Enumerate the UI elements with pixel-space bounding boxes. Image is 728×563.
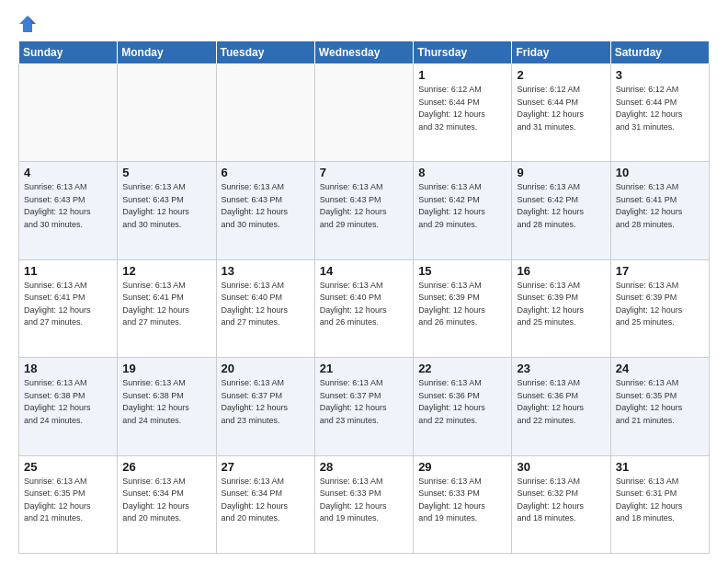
- day-number: 15: [418, 264, 506, 278]
- weekday-thursday: Thursday: [414, 41, 512, 64]
- day-number: 1: [418, 68, 506, 82]
- day-number: 7: [320, 166, 408, 179]
- day-number: 14: [320, 264, 408, 278]
- day-info: Sunrise: 6:13 AMSunset: 6:35 PMDaylight:…: [24, 476, 112, 525]
- day-info: Sunrise: 6:13 AMSunset: 6:39 PMDaylight:…: [418, 280, 506, 329]
- calendar-cell: 21Sunrise: 6:13 AMSunset: 6:37 PMDayligh…: [314, 358, 413, 455]
- calendar-cell: 16Sunrise: 6:13 AMSunset: 6:39 PMDayligh…: [512, 259, 610, 357]
- day-number: 13: [222, 264, 310, 278]
- day-number: 17: [616, 264, 704, 278]
- calendar-cell: 25Sunrise: 6:13 AMSunset: 6:35 PMDayligh…: [19, 455, 118, 553]
- day-number: 25: [24, 460, 112, 474]
- calendar-cell: [216, 64, 314, 162]
- day-number: 23: [517, 362, 605, 375]
- day-number: 31: [616, 460, 704, 474]
- day-number: 26: [122, 460, 210, 474]
- calendar-cell: 19Sunrise: 6:13 AMSunset: 6:38 PMDayligh…: [118, 358, 216, 455]
- calendar-cell: 10Sunrise: 6:13 AMSunset: 6:41 PMDayligh…: [610, 162, 709, 259]
- calendar-cell: 31Sunrise: 6:13 AMSunset: 6:31 PMDayligh…: [610, 455, 709, 553]
- day-info: Sunrise: 6:13 AMSunset: 6:43 PMDaylight:…: [122, 181, 210, 231]
- calendar-cell: 18Sunrise: 6:13 AMSunset: 6:38 PMDayligh…: [19, 358, 118, 455]
- weekday-friday: Friday: [512, 41, 610, 64]
- day-info: Sunrise: 6:13 AMSunset: 6:40 PMDaylight:…: [320, 280, 408, 329]
- week-row-0: 1Sunrise: 6:12 AMSunset: 6:44 PMDaylight…: [19, 64, 710, 162]
- day-info: Sunrise: 6:13 AMSunset: 6:39 PMDaylight:…: [616, 280, 704, 329]
- header: [18, 15, 710, 33]
- day-info: Sunrise: 6:12 AMSunset: 6:44 PMDaylight:…: [517, 84, 605, 133]
- calendar-cell: 2Sunrise: 6:12 AMSunset: 6:44 PMDaylight…: [512, 64, 610, 162]
- day-info: Sunrise: 6:13 AMSunset: 6:37 PMDaylight:…: [320, 377, 408, 427]
- day-number: 27: [222, 460, 310, 474]
- day-number: 8: [418, 166, 506, 179]
- day-info: Sunrise: 6:13 AMSunset: 6:34 PMDaylight:…: [222, 476, 310, 525]
- calendar-cell: [19, 64, 118, 162]
- calendar-cell: 1Sunrise: 6:12 AMSunset: 6:44 PMDaylight…: [414, 64, 512, 162]
- calendar-cell: [314, 64, 413, 162]
- day-info: Sunrise: 6:13 AMSunset: 6:34 PMDaylight:…: [122, 476, 210, 525]
- day-info: Sunrise: 6:13 AMSunset: 6:43 PMDaylight:…: [222, 181, 310, 231]
- calendar-cell: 15Sunrise: 6:13 AMSunset: 6:39 PMDayligh…: [414, 259, 512, 357]
- day-number: 4: [24, 166, 112, 179]
- day-info: Sunrise: 6:13 AMSunset: 6:43 PMDaylight:…: [320, 181, 408, 231]
- calendar-cell: 9Sunrise: 6:13 AMSunset: 6:42 PMDaylight…: [512, 162, 610, 259]
- weekday-wednesday: Wednesday: [314, 41, 413, 64]
- day-info: Sunrise: 6:13 AMSunset: 6:36 PMDaylight:…: [418, 377, 506, 427]
- week-row-1: 4Sunrise: 6:13 AMSunset: 6:43 PMDaylight…: [19, 162, 710, 259]
- day-info: Sunrise: 6:13 AMSunset: 6:43 PMDaylight:…: [24, 181, 112, 231]
- day-number: 10: [616, 166, 704, 179]
- day-info: Sunrise: 6:13 AMSunset: 6:40 PMDaylight:…: [222, 280, 310, 329]
- week-row-4: 25Sunrise: 6:13 AMSunset: 6:35 PMDayligh…: [19, 455, 710, 553]
- day-number: 21: [320, 362, 408, 375]
- day-number: 6: [222, 166, 310, 179]
- calendar-cell: 12Sunrise: 6:13 AMSunset: 6:41 PMDayligh…: [118, 259, 216, 357]
- day-number: 12: [122, 264, 210, 278]
- calendar-cell: 29Sunrise: 6:13 AMSunset: 6:33 PMDayligh…: [414, 455, 512, 553]
- calendar-cell: 30Sunrise: 6:13 AMSunset: 6:32 PMDayligh…: [512, 455, 610, 553]
- week-row-3: 18Sunrise: 6:13 AMSunset: 6:38 PMDayligh…: [19, 358, 710, 455]
- day-info: Sunrise: 6:13 AMSunset: 6:33 PMDaylight:…: [320, 476, 408, 525]
- logo-icon: [18, 15, 37, 33]
- week-row-2: 11Sunrise: 6:13 AMSunset: 6:41 PMDayligh…: [19, 259, 710, 357]
- day-info: Sunrise: 6:13 AMSunset: 6:32 PMDaylight:…: [517, 476, 605, 525]
- calendar-cell: 28Sunrise: 6:13 AMSunset: 6:33 PMDayligh…: [314, 455, 413, 553]
- day-info: Sunrise: 6:13 AMSunset: 6:33 PMDaylight:…: [418, 476, 506, 525]
- day-number: 19: [122, 362, 210, 375]
- day-number: 30: [517, 460, 605, 474]
- day-info: Sunrise: 6:13 AMSunset: 6:31 PMDaylight:…: [616, 476, 704, 525]
- day-info: Sunrise: 6:13 AMSunset: 6:35 PMDaylight:…: [616, 377, 704, 427]
- day-info: Sunrise: 6:13 AMSunset: 6:41 PMDaylight:…: [616, 181, 704, 231]
- calendar-cell: 26Sunrise: 6:13 AMSunset: 6:34 PMDayligh…: [118, 455, 216, 553]
- day-number: 3: [616, 68, 704, 82]
- day-info: Sunrise: 6:12 AMSunset: 6:44 PMDaylight:…: [616, 84, 704, 133]
- day-number: 29: [418, 460, 506, 474]
- weekday-saturday: Saturday: [610, 41, 709, 64]
- calendar-cell: 4Sunrise: 6:13 AMSunset: 6:43 PMDaylight…: [19, 162, 118, 259]
- calendar-cell: 27Sunrise: 6:13 AMSunset: 6:34 PMDayligh…: [216, 455, 314, 553]
- day-info: Sunrise: 6:13 AMSunset: 6:42 PMDaylight:…: [418, 181, 506, 231]
- day-number: 9: [517, 166, 605, 179]
- day-info: Sunrise: 6:13 AMSunset: 6:41 PMDaylight:…: [24, 280, 112, 329]
- day-number: 18: [24, 362, 112, 375]
- calendar-cell: 5Sunrise: 6:13 AMSunset: 6:43 PMDaylight…: [118, 162, 216, 259]
- day-number: 16: [517, 264, 605, 278]
- weekday-sunday: Sunday: [19, 41, 118, 64]
- day-info: Sunrise: 6:13 AMSunset: 6:38 PMDaylight:…: [122, 377, 210, 427]
- day-info: Sunrise: 6:13 AMSunset: 6:41 PMDaylight:…: [122, 280, 210, 329]
- day-info: Sunrise: 6:13 AMSunset: 6:39 PMDaylight:…: [517, 280, 605, 329]
- day-number: 24: [616, 362, 704, 375]
- day-info: Sunrise: 6:13 AMSunset: 6:37 PMDaylight:…: [222, 377, 310, 427]
- calendar-cell: 11Sunrise: 6:13 AMSunset: 6:41 PMDayligh…: [19, 259, 118, 357]
- calendar-cell: 14Sunrise: 6:13 AMSunset: 6:40 PMDayligh…: [314, 259, 413, 357]
- calendar-cell: 8Sunrise: 6:13 AMSunset: 6:42 PMDaylight…: [414, 162, 512, 259]
- day-number: 2: [517, 68, 605, 82]
- calendar-cell: 17Sunrise: 6:13 AMSunset: 6:39 PMDayligh…: [610, 259, 709, 357]
- day-info: Sunrise: 6:12 AMSunset: 6:44 PMDaylight:…: [418, 84, 506, 133]
- calendar-cell: 24Sunrise: 6:13 AMSunset: 6:35 PMDayligh…: [610, 358, 709, 455]
- day-info: Sunrise: 6:13 AMSunset: 6:42 PMDaylight:…: [517, 181, 605, 231]
- day-info: Sunrise: 6:13 AMSunset: 6:38 PMDaylight:…: [24, 377, 112, 427]
- calendar-cell: 7Sunrise: 6:13 AMSunset: 6:43 PMDaylight…: [314, 162, 413, 259]
- day-number: 22: [418, 362, 506, 375]
- weekday-header-row: SundayMondayTuesdayWednesdayThursdayFrid…: [19, 41, 710, 64]
- logo: [18, 15, 39, 33]
- calendar-cell: [118, 64, 216, 162]
